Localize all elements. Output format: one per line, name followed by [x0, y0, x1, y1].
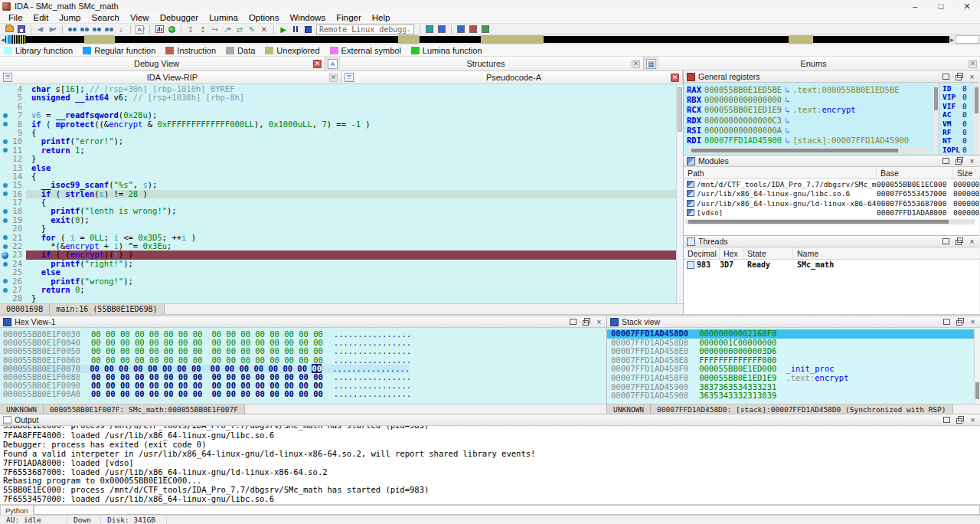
menu-item-options[interactable]: Options	[243, 13, 285, 22]
breakpoint-gutter[interactable]	[0, 294, 10, 303]
module-row[interactable]: /usr/lib/x86_64-linux-gnu/libc.so.600007…	[684, 189, 979, 199]
breakpoint-gutter[interactable]	[0, 172, 10, 181]
stack-row[interactable]: 00007FFD1AD459083635343332313039	[607, 391, 980, 401]
flag-row[interactable]: AC0	[942, 110, 974, 119]
breakpoint-dot[interactable]	[3, 113, 8, 118]
charts-icon[interactable]	[154, 25, 165, 34]
pseudocode-scrollbar[interactable]	[676, 84, 683, 303]
float-panel-icon[interactable]	[955, 416, 965, 424]
breakpoint-gutter[interactable]	[0, 286, 10, 294]
rename-icon[interactable]: A▾	[135, 25, 145, 34]
breakpoint-gutter[interactable]	[0, 242, 10, 251]
stack-scrollbar[interactable]	[974, 328, 980, 404]
breakpoint-gutter[interactable]	[0, 93, 10, 102]
maximize-panel-icon[interactable]	[941, 73, 951, 81]
code-line[interactable]: 16 if ( strlen(s) != 28 )	[0, 190, 676, 198]
register-row[interactable]: RDI00007FFD1AD45900↳[stack]:00007FFD1AD4…	[687, 136, 933, 146]
structures-window-icon[interactable]: A	[328, 59, 338, 69]
breakpoint-dot[interactable]	[3, 122, 8, 126]
register-list[interactable]: RAX000055BB0E1ED5BE↳.text:000055BB0E1ED5…	[684, 83, 933, 155]
flags-scrollbar[interactable]	[974, 83, 979, 155]
breakpoint-gutter[interactable]	[0, 198, 10, 207]
menu-item-edit[interactable]: Edit	[28, 13, 54, 22]
modules-title-bar[interactable]: Modules ×	[684, 156, 979, 167]
pause-process-icon[interactable]	[290, 25, 301, 34]
flags-column[interactable]: ID0VIP0VIF0AC0VM0RF0NT0IOPL0	[939, 83, 974, 155]
pseudocode-view[interactable]: 4char s[16]; // [rsp+30h] [rbp-1010h] BY…	[0, 84, 683, 303]
watch-list-icon[interactable]	[480, 25, 491, 34]
flag-row[interactable]: IOPL0	[942, 146, 974, 154]
navigation-band[interactable]: ◀ ▶	[0, 35, 980, 44]
breakpoint-dot[interactable]	[3, 139, 8, 144]
code-line[interactable]: 19 exit(0);	[0, 216, 676, 224]
jump-arrow-icon[interactable]: ↳	[785, 116, 789, 125]
tab-debug-view[interactable]: Debug View ✕	[0, 57, 325, 70]
menu-item-jump[interactable]: Jump	[54, 13, 86, 22]
enums-window-icon[interactable]	[646, 59, 656, 69]
maximize-panel-icon[interactable]	[941, 237, 951, 246]
close-panel-icon[interactable]: ×	[967, 237, 977, 246]
flag-row[interactable]: ID0	[942, 84, 974, 93]
code-line[interactable]: 24 printf("right!");	[0, 260, 676, 268]
tab-enums[interactable]: Enums ✕	[658, 57, 980, 70]
jump-to-function-icon[interactable]	[79, 25, 90, 34]
scrollbar-thumb[interactable]	[975, 382, 979, 399]
breakpoint-gutter[interactable]	[0, 155, 10, 163]
jump-to-problem-icon[interactable]	[103, 25, 114, 34]
column-header[interactable]: Size	[953, 167, 979, 178]
registers-scrollbar[interactable]	[933, 83, 939, 155]
breakpoint-gutter[interactable]	[0, 268, 10, 277]
code-line[interactable]: 13else	[0, 164, 676, 172]
breakpoint-gutter[interactable]	[0, 251, 10, 259]
breakpoint-dot[interactable]	[3, 218, 8, 223]
modules-list[interactable]: /mnt/d/CTF_tools/IDA_Pro_7.7/dbgsrv/SMc_…	[684, 179, 979, 218]
hex-dump[interactable]: 000055BB0E1F003000 00 00 00 00 00 00 000…	[0, 328, 606, 404]
jump-arrow-icon[interactable]: ↳	[785, 105, 789, 114]
scrollbar-thumb[interactable]	[678, 87, 682, 132]
register-row[interactable]: RBX0000000000000000↳	[687, 95, 933, 105]
breakpoint-dot[interactable]	[3, 244, 8, 249]
flag-row[interactable]: VIF0	[942, 102, 974, 110]
breakpoint-dot[interactable]	[3, 209, 8, 214]
step-into-icon[interactable]: ↧	[185, 25, 196, 34]
jump-arrow-icon[interactable]: ↳	[785, 126, 789, 135]
code-line[interactable]: 10 printf("error!");	[0, 137, 676, 146]
tab-close-icon[interactable]: ✕	[969, 60, 977, 68]
breakpoint-gutter[interactable]	[0, 190, 10, 198]
hex-view-title-bar[interactable]: Hex View-1 ×	[0, 316, 606, 328]
code-line[interactable]: 5unsigned __int64 v6; // [rsp+1038h] [rb…	[0, 93, 676, 102]
breakpoint-gutter[interactable]	[0, 146, 10, 155]
flag-row[interactable]: VIP0	[942, 93, 974, 101]
module-row[interactable]: /usr/lib/x86_64-linux-gnu/ld-linux-x86-6…	[684, 198, 979, 208]
registers-hscrollbar[interactable]	[688, 148, 929, 153]
scrollbar-thumb[interactable]	[691, 149, 898, 152]
breakpoint-list-icon[interactable]	[456, 25, 466, 34]
column-header[interactable]: Path	[684, 167, 877, 178]
close-panel-icon[interactable]: ×	[967, 157, 977, 165]
current-line-indicator[interactable]	[2, 252, 8, 259]
debugger-windows-icon[interactable]	[436, 25, 447, 34]
close-panel-icon[interactable]: ×	[967, 73, 977, 81]
column-header[interactable]: State	[743, 247, 793, 259]
register-row[interactable]: RSI000000000000000A↳	[687, 126, 933, 136]
breakpoint-gutter[interactable]	[0, 224, 10, 233]
navband-left-arrow[interactable]: ◀	[0, 36, 5, 43]
breakpoint-gutter[interactable]	[0, 277, 10, 286]
navigate-back-button[interactable]: ◀▾	[35, 25, 46, 34]
scrollbar-thumb[interactable]	[688, 220, 949, 224]
registers-title-bar[interactable]: General registers ×	[684, 71, 979, 83]
minimize-button[interactable]: –	[902, 0, 928, 12]
jump-arrow-icon[interactable]: ↳	[785, 85, 789, 94]
breakpoint-dot[interactable]	[3, 192, 8, 196]
maximize-panel-icon[interactable]	[568, 318, 578, 326]
breakpoint-dot[interactable]	[3, 235, 8, 240]
thread-row[interactable]: 9833D7ReadySMc_math	[684, 260, 979, 270]
breakpoint-gutter[interactable]	[0, 120, 10, 129]
detach-icon[interactable]: ✎	[247, 25, 257, 34]
jump-arrow-icon[interactable]: ↳	[785, 95, 789, 104]
column-header[interactable]: Hex	[720, 247, 743, 259]
maximize-panel-icon[interactable]	[941, 157, 951, 165]
breakpoint-gutter[interactable]	[0, 111, 10, 120]
menu-item-finger[interactable]: Finger	[331, 13, 367, 22]
tab-pseudocode-a[interactable]: Pseudocode-A ✕	[341, 71, 683, 84]
